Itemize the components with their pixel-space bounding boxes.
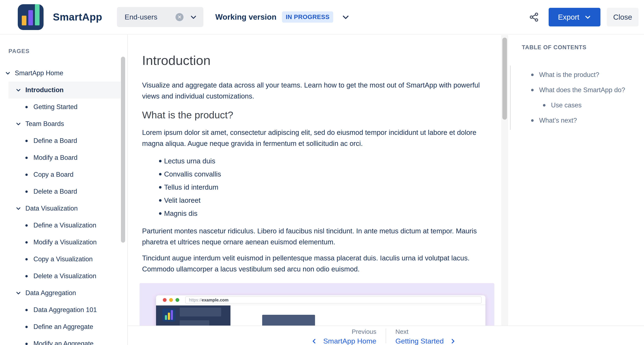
previous-page-link[interactable]: SmartApp Home (295, 337, 376, 345)
next-label: Next (395, 328, 477, 335)
page-title: Introduction (142, 53, 497, 68)
toc-item-label: Use cases (551, 102, 582, 109)
sidebar-page-item[interactable]: Modify a Visualization (0, 234, 127, 251)
sidebar-page-label: Define a Board (34, 137, 77, 144)
sidebar-scrollbar[interactable] (121, 57, 125, 243)
chevron-left-icon (311, 338, 317, 344)
sidebar-page-label: Data Visualization (25, 205, 78, 212)
article: Introduction Visualize and aggregate dat… (128, 34, 508, 345)
bullet-icon (25, 309, 28, 311)
placeholder-bar (180, 308, 221, 316)
clear-icon[interactable]: ✕ (176, 13, 184, 21)
sidebar-page-label: Modify a Visualization (34, 238, 96, 246)
bullet-icon (25, 140, 28, 142)
section-heading: What is the product? (142, 109, 497, 121)
mock-app-logo-icon (162, 308, 176, 322)
toc-item[interactable]: What’s next? (531, 113, 638, 128)
top-bar: SmartApp End-users ✕ Working version IN … (0, 0, 644, 34)
list-item: Convallis convallis (142, 168, 497, 181)
sidebar-page-item[interactable]: Introduction (8, 82, 120, 98)
close-button-label: Close (613, 13, 632, 21)
sidebar-page-item[interactable]: Team Boards (0, 116, 127, 132)
toc-list: What is the product? What does the Smart… (510, 66, 638, 130)
traffic-lights-icon (163, 298, 179, 302)
page-tree: SmartApp Home Introduction Getting Start… (0, 65, 127, 345)
sidebar-page-item[interactable]: Delete a Visualization (0, 268, 127, 284)
sidebar-page-item[interactable]: SmartApp Home (0, 65, 127, 82)
bullet-icon (25, 224, 28, 226)
sidebar-page-label: Data Aggregation 101 (34, 306, 97, 314)
bullet-icon (25, 343, 28, 345)
app-logo-icon (18, 4, 44, 30)
bullet-icon (25, 157, 28, 159)
bullet-icon (25, 258, 28, 260)
chevron-down-icon[interactable] (5, 70, 10, 76)
paragraph: Parturient montes nascetur ridiculus. Li… (142, 226, 497, 248)
sidebar-page-item[interactable]: Getting Started (0, 98, 127, 116)
list-item: Lectus urna duis (142, 154, 497, 168)
bullet-list: Lectus urna duisConvallis convallisTellu… (142, 154, 497, 220)
chevron-down-icon[interactable] (16, 87, 21, 93)
content-scrollbar[interactable] (502, 35, 508, 326)
sidebar-page-label: Team Boards (25, 120, 64, 128)
sidebar-page-label: Define a Visualization (34, 222, 96, 229)
chevron-down-icon[interactable] (16, 121, 21, 127)
version-selector[interactable]: Working version IN PROGRESS (215, 12, 350, 22)
bullet-icon (25, 275, 28, 277)
sidebar-page-item[interactable]: Define a Visualization (0, 217, 127, 234)
sidebar-page-item[interactable]: Modify an Aggregate (0, 335, 127, 345)
pager: Previous SmartApp Home Next Getting Star… (128, 326, 644, 345)
previous-label: Previous (295, 328, 376, 335)
version-label: Working version (215, 13, 276, 22)
intro-paragraph: Visualize and aggregate data across all … (142, 80, 497, 102)
list-item: Magnis dis (142, 207, 497, 220)
list-item: Tellus id interdum (142, 181, 497, 194)
audience-selector[interactable]: End-users ✕ (117, 7, 204, 27)
sidebar-page-item[interactable]: Copy a Board (0, 166, 127, 183)
toc-item-label: What’s next? (539, 117, 577, 124)
bullet-icon (25, 241, 28, 244)
export-button-label: Export (558, 13, 579, 21)
sidebar-page-item[interactable]: Data Aggregation (0, 284, 127, 302)
sidebar-page-label: Define an Aggregate (34, 323, 93, 330)
toc-item[interactable]: Use cases (531, 98, 638, 113)
chevron-down-icon[interactable] (16, 206, 21, 211)
sidebar-page-item[interactable]: Modify a Board (0, 149, 127, 166)
chevron-down-icon[interactable] (16, 290, 21, 296)
paragraph: Lorem ipsum dolor sit amet, consectetur … (142, 127, 497, 149)
sidebar-page-item[interactable]: Delete a Board (0, 183, 127, 200)
bullet-icon (531, 119, 534, 122)
share-icon[interactable] (529, 12, 539, 22)
sidebar-page-label: Copy a Visualization (34, 255, 92, 263)
bullet-icon (25, 106, 28, 108)
pages-sidebar: PAGES SmartApp Home Introduction Getting… (0, 34, 128, 345)
sidebar-page-item[interactable]: Define a Board (0, 132, 127, 149)
toc-item[interactable]: What does the SmartApp do? (531, 82, 638, 98)
mock-url-bar: https://example.com (185, 296, 482, 304)
sidebar-page-item[interactable]: Data Visualization (0, 200, 127, 217)
chevron-down-icon[interactable] (342, 13, 350, 21)
sidebar-page-label: Modify an Aggregate (34, 340, 94, 345)
chevron-down-icon[interactable] (190, 14, 197, 21)
close-button[interactable]: Close (607, 8, 638, 26)
sidebar-page-item[interactable]: Copy a Visualization (0, 251, 127, 268)
status-badge: IN PROGRESS (282, 12, 334, 22)
sidebar-page-item[interactable]: Define an Aggregate (0, 318, 127, 335)
sidebar-page-item[interactable]: Data Aggregation 101 (0, 302, 127, 318)
app-name: SmartApp (53, 11, 102, 23)
content-scrollbar-thumb[interactable] (502, 38, 507, 120)
brand: SmartApp (18, 4, 102, 30)
bullet-icon (25, 174, 28, 176)
sidebar-page-label: Modify a Board (34, 154, 78, 162)
toc-item[interactable]: What is the product? (531, 67, 638, 82)
sidebar-page-label: Delete a Board (34, 188, 77, 195)
export-button[interactable]: Export (549, 8, 600, 26)
next-page-link[interactable]: Getting Started (395, 337, 477, 345)
audience-selector-value: End-users (124, 13, 157, 21)
bullet-icon (531, 74, 534, 76)
sidebar-page-label: SmartApp Home (15, 69, 63, 77)
bullet-icon (531, 89, 534, 91)
bullet-icon (25, 190, 28, 193)
paragraph: Tincidunt augue interdum velit euismod i… (142, 252, 497, 274)
sidebar-page-label: Delete a Visualization (34, 272, 96, 280)
